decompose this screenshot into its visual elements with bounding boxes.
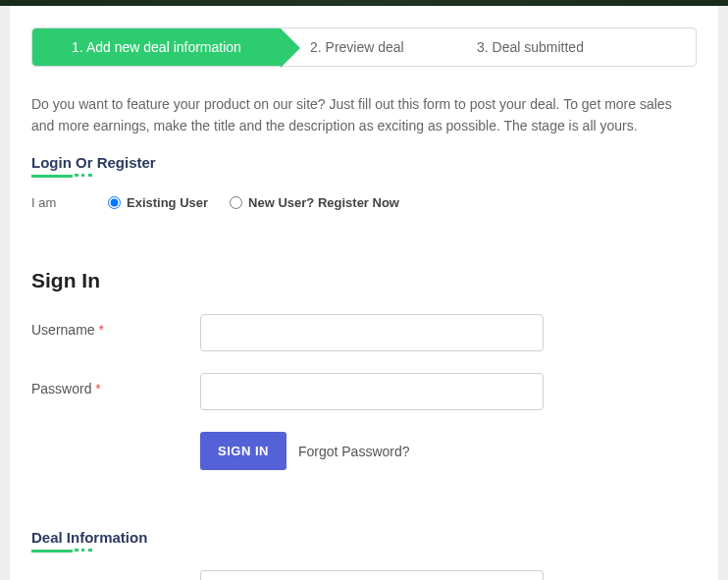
intro-text: Do you want to feature your product on o… bbox=[31, 94, 697, 136]
password-label: Password * bbox=[31, 373, 200, 396]
radio-new-user[interactable]: New User? Register Now bbox=[230, 195, 399, 210]
step-add-new-deal[interactable]: 1. Add new deal information bbox=[32, 28, 281, 66]
radio-existing-input[interactable] bbox=[108, 196, 121, 209]
title-underline bbox=[31, 550, 73, 553]
username-input[interactable] bbox=[200, 314, 544, 351]
deal-info-title: Deal Information bbox=[31, 529, 697, 546]
step-label: 3. Deal submitted bbox=[477, 39, 584, 55]
signin-heading: Sign In bbox=[31, 269, 697, 292]
iam-label: I am bbox=[31, 195, 86, 210]
radio-existing-user[interactable]: Existing User bbox=[108, 195, 208, 210]
step-deal-submitted[interactable]: 3. Deal submitted bbox=[457, 28, 696, 66]
radio-new-label[interactable]: New User? Register Now bbox=[248, 195, 399, 210]
stepper: 1. Add new deal information 2. Preview d… bbox=[31, 27, 697, 67]
title-underline bbox=[31, 175, 73, 178]
form-card: 1. Add new deal information 2. Preview d… bbox=[10, 6, 718, 580]
signin-button[interactable]: SIGN IN bbox=[200, 432, 286, 470]
step-label: 1. Add new deal information bbox=[72, 39, 241, 55]
required-mark: * bbox=[95, 381, 100, 396]
deal-title-label: Deal Title * bbox=[31, 570, 200, 580]
deal-title-input[interactable] bbox=[200, 570, 544, 580]
radio-new-input[interactable] bbox=[230, 196, 242, 209]
login-register-title: Login Or Register bbox=[31, 154, 697, 171]
username-label: Username * bbox=[31, 314, 200, 338]
step-label: 2. Preview deal bbox=[310, 39, 404, 55]
required-mark: * bbox=[98, 322, 103, 338]
radio-existing-label[interactable]: Existing User bbox=[127, 195, 208, 210]
forgot-password-link[interactable]: Forgot Password? bbox=[298, 444, 410, 459]
step-preview-deal[interactable]: 2. Preview deal bbox=[281, 28, 457, 66]
password-input[interactable] bbox=[200, 373, 544, 410]
